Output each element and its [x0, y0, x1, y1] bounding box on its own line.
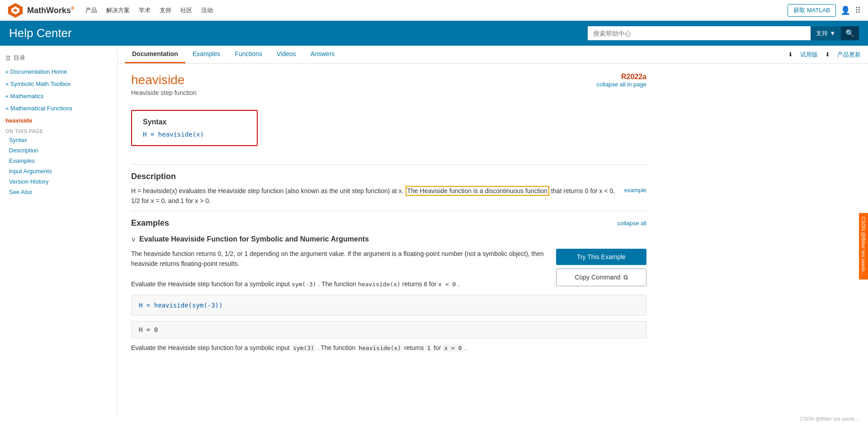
example-subsection-1: ∨ Evaluate Heaviside Function for Symbol…: [131, 235, 646, 353]
body-text2-post2: returns: [402, 280, 422, 288]
body-text2-post3: for: [429, 280, 436, 288]
sidebar-link-doc-home[interactable]: « Documentation Home: [0, 66, 117, 78]
collapse-all-examples-link[interactable]: collapse all: [618, 220, 646, 227]
example-text-area: The heaviside function returns 0, 1/2, o…: [131, 249, 547, 289]
collapse-all-link[interactable]: collapse all in page: [596, 81, 646, 88]
highlighted-text: The Heaviside function is a discontinuou…: [406, 186, 550, 196]
sidebar-link-version-history[interactable]: Version History: [0, 176, 117, 187]
sidebar-link-description[interactable]: Description: [0, 145, 117, 156]
on-this-page-label: ON THIS PAGE: [0, 127, 117, 135]
tab-videos[interactable]: Videos: [269, 46, 303, 63]
toc-toggle[interactable]: ☰ 目录: [0, 50, 117, 66]
nav-events[interactable]: 活动: [201, 6, 213, 14]
sidebar-link-math-functions[interactable]: « Mathematical Functions: [0, 102, 117, 114]
search-button[interactable]: 🔍: [841, 26, 859, 40]
nav-solutions[interactable]: 解决方案: [106, 6, 130, 14]
example-body: The heaviside function returns 0, 1/2, o…: [131, 249, 646, 289]
sidebar-link-mathematics[interactable]: « Mathematics: [0, 90, 117, 102]
body-text3-post3: for: [434, 344, 441, 351]
body-text3-post: . The function: [317, 344, 356, 351]
copy-command-button[interactable]: Copy Command ⧉: [556, 269, 646, 286]
sidebar-link-syntax[interactable]: Syntax: [0, 135, 117, 145]
body-text2-end: .: [458, 280, 459, 288]
sidebar-link-see-also[interactable]: See Also: [0, 187, 117, 197]
body-text2-code1: sym(-3): [292, 281, 316, 288]
example-body-text2: Evaluate the Heaviside step function for…: [131, 279, 547, 289]
sub-nav-right: ⬇ 试用版 ⬇ 产品更新: [788, 51, 861, 59]
csdn-badge[interactable]: CSDN @Bitter tea seeds...: [859, 213, 868, 279]
apps-grid-icon[interactable]: ⠿: [855, 5, 861, 15]
nav-support[interactable]: 支持: [160, 6, 171, 14]
sub-navigation: Documentation Examples Functions Videos …: [118, 46, 868, 64]
sidebar-link-examples[interactable]: Examples: [0, 156, 117, 166]
bottom-watermark: CSDN @Bitter tea seeds...: [800, 416, 859, 417]
help-center-header: Help Center 支持 ▼ 🔍: [0, 21, 868, 46]
example-subsection-1-header: ∨ Evaluate Heaviside Function for Symbol…: [131, 235, 646, 243]
tab-examples[interactable]: Examples: [185, 46, 227, 63]
doc-version-area: R2022a collapse all in page: [596, 73, 646, 88]
syntax-code: H = heaviside(x): [143, 131, 246, 138]
doc-title: heaviside: [131, 73, 197, 87]
search-support-label: 支持: [816, 29, 828, 38]
examples-section-header: Examples collapse all: [131, 211, 646, 228]
copy-command-label: Copy Command: [575, 274, 620, 281]
version-label: R2022a: [621, 73, 646, 80]
download-update-icon: ⬇: [825, 51, 830, 58]
body-text2-code4: x < 0: [438, 281, 456, 288]
download-trial-icon: ⬇: [788, 51, 793, 58]
copy-icon: ⧉: [623, 274, 628, 281]
search-input[interactable]: [588, 26, 811, 40]
get-matlab-button[interactable]: 获取 MATLAB: [788, 4, 836, 17]
doc-content: heaviside Heaviside step function R2022a…: [118, 64, 660, 366]
tab-functions[interactable]: Functions: [227, 46, 269, 63]
sidebar-link-heaviside[interactable]: heaviside: [0, 114, 117, 127]
toc-label: 目录: [14, 54, 25, 62]
example-link[interactable]: example: [624, 186, 646, 195]
body-text2-post: . The function: [318, 280, 357, 288]
sidebar: ☰ 目录 « Documentation Home « Symbolic Mat…: [0, 46, 118, 417]
desc-text-pre: H = heaviside(x) evaluates the Heaviside…: [131, 187, 404, 194]
sidebar-link-symbolic[interactable]: « Symbolic Math Toolbox: [0, 78, 117, 90]
mathworks-brand-text: MathWorks®: [27, 5, 75, 15]
content-area: Documentation Examples Functions Videos …: [118, 46, 868, 417]
nav-products[interactable]: 产品: [85, 6, 97, 14]
try-example-button[interactable]: Try This Example: [556, 249, 646, 265]
mathworks-logo-icon: [7, 2, 24, 19]
code-block-1: H = heaviside(sym(-3)): [131, 295, 646, 316]
tab-documentation[interactable]: Documentation: [125, 46, 185, 63]
product-update-link[interactable]: 产品更新: [837, 51, 861, 59]
syntax-heading: Syntax: [143, 118, 246, 126]
body-text2-code3: 0: [424, 281, 427, 288]
description-heading: Description: [131, 164, 646, 181]
search-support-button[interactable]: 支持 ▼: [811, 26, 841, 40]
nav-academia[interactable]: 学术: [139, 6, 151, 14]
trial-link[interactable]: 试用版: [800, 51, 818, 59]
user-icon[interactable]: 👤: [840, 5, 850, 15]
collapse-chevron-icon[interactable]: ∨: [131, 236, 136, 243]
top-nav-links: 产品 解决方案 学术 支持 社区 活动: [85, 6, 777, 14]
sidebar-link-input-args[interactable]: Input Arguments: [0, 166, 117, 176]
body-text3-code2: heaviside(x): [357, 344, 402, 352]
chevron-down-icon: ▼: [830, 30, 835, 37]
hamburger-icon: ☰: [5, 55, 11, 62]
body-text3-post2: returns: [404, 344, 424, 351]
doc-header: heaviside Heaviside step function R2022a…: [131, 73, 646, 96]
example-action-buttons: Try This Example Copy Command ⧉: [556, 249, 646, 289]
search-bar: 支持 ▼ 🔍: [588, 26, 859, 40]
body-text3-code1: sym(3): [292, 344, 316, 352]
examples-heading: Examples: [131, 218, 169, 228]
syntax-box: Syntax H = heaviside(x): [131, 110, 258, 146]
doc-title-area: heaviside Heaviside step function: [131, 73, 197, 96]
example-subsection-1-title: Evaluate Heaviside Function for Symbolic…: [139, 235, 369, 243]
tab-answers[interactable]: Answers: [303, 46, 342, 63]
top-nav-right: 获取 MATLAB 👤 ⠿: [788, 4, 861, 17]
doc-subtitle: Heaviside step function: [131, 89, 197, 96]
body-text3-pre: Evaluate the Heaviside step function for…: [131, 344, 290, 351]
body-text2-code2: heaviside(x): [358, 281, 401, 288]
body-text2-pre: Evaluate the Heaviside step function for…: [131, 280, 290, 288]
example-body-text1: The heaviside function returns 0, 1/2, o…: [131, 249, 547, 269]
logo-area: MathWorks®: [7, 2, 75, 19]
nav-community[interactable]: 社区: [180, 6, 192, 14]
body-text3-code4: x > 0: [443, 344, 463, 352]
code-result-1: H = 0: [131, 321, 646, 338]
